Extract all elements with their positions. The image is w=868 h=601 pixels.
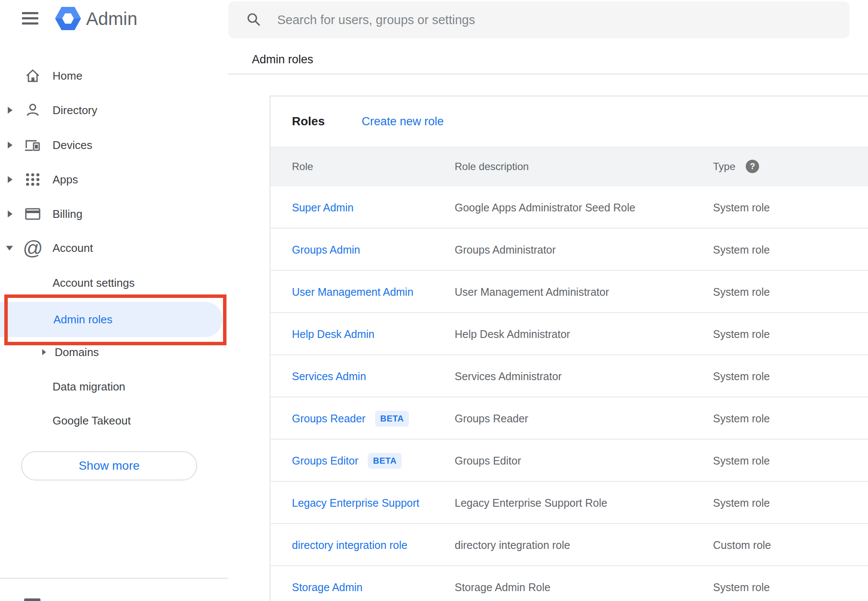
person-icon — [24, 102, 41, 119]
search-bar[interactable] — [228, 1, 849, 38]
at-sign-icon: @ — [23, 237, 43, 259]
table-row: Groups Editor BETA Groups Editor System … — [270, 440, 868, 482]
sidebar-item-label: Account — [53, 236, 93, 260]
role-description: Legacy Enterprise Support Role — [455, 482, 713, 524]
sidebar-item-apps[interactable]: Apps — [0, 167, 228, 192]
header-divider — [228, 74, 868, 74]
column-header-role-description: Role description — [455, 146, 529, 186]
sidebar-item-data-migration[interactable]: Data migration — [0, 375, 228, 399]
role-type: System role — [713, 229, 770, 271]
sidebar: Admin Home Directory — [0, 0, 228, 601]
role-type: System role — [713, 186, 770, 229]
create-new-role-link[interactable]: Create new role — [362, 96, 444, 146]
sidebar-item-label: Google Takeout — [53, 409, 131, 433]
role-link[interactable]: Groups Editor — [292, 455, 358, 467]
table-row: Groups Reader BETA Groups Reader System … — [270, 397, 868, 440]
beta-badge: BETA — [368, 453, 402, 469]
column-header-role: Role — [292, 146, 313, 186]
search-input[interactable] — [277, 1, 794, 38]
sidebar-item-label: Account settings — [53, 271, 135, 295]
role-description: Services Administrator — [455, 355, 713, 397]
table-row: User Management Admin User Management Ad… — [270, 271, 868, 313]
role-link[interactable]: Groups Reader — [292, 412, 366, 425]
search-icon — [245, 11, 263, 28]
sidebar-item-devices[interactable]: Devices — [0, 133, 228, 157]
table-row: Legacy Enterprise Support Legacy Enterpr… — [270, 482, 868, 524]
expand-arrow-icon[interactable] — [8, 176, 12, 183]
role-description: Storage Admin Role — [455, 566, 713, 601]
role-description: Groups Administrator — [455, 229, 713, 271]
home-icon — [24, 67, 41, 84]
roles-title: Roles — [292, 96, 325, 146]
role-description: directory integration role — [455, 524, 713, 566]
sidebar-item-label: Domains — [55, 340, 99, 364]
table-row: Super Admin Google Apps Administrator Se… — [270, 186, 868, 229]
sidebar-item-home[interactable]: Home — [0, 64, 228, 88]
beta-badge: BETA — [375, 411, 409, 427]
roles-card-header: Roles Create new role — [270, 96, 868, 146]
roles-card: Roles Create new role Role Role descript… — [270, 96, 868, 601]
sidebar-item-billing[interactable]: Billing — [0, 202, 228, 226]
role-link[interactable]: Super Admin — [292, 201, 353, 214]
role-type: System role — [713, 355, 770, 397]
role-type: System role — [713, 313, 770, 355]
sidebar-item-label: Data migration — [53, 375, 125, 399]
role-description: Groups Editor — [455, 440, 713, 482]
sidebar-item-account[interactable]: @ Account — [0, 236, 228, 260]
show-more-button[interactable]: Show more — [21, 451, 197, 480]
expand-arrow-icon[interactable] — [8, 211, 12, 217]
table-row: Help Desk Admin Help Desk Administrator … — [270, 313, 868, 355]
table-body: Super Admin Google Apps Administrator Se… — [270, 186, 868, 601]
role-link[interactable]: Services Admin — [292, 370, 366, 383]
sidebar-item-label: Directory — [53, 98, 97, 122]
role-type: System role — [713, 482, 770, 524]
collapse-arrow-icon[interactable] — [6, 246, 13, 251]
sidebar-divider — [0, 578, 228, 579]
sidebar-item-directory[interactable]: Directory — [0, 98, 228, 122]
role-type: Custom role — [713, 524, 771, 566]
role-link[interactable]: directory integration role — [292, 539, 407, 551]
sidebar-item-google-takeout[interactable]: Google Takeout — [0, 409, 228, 433]
role-link[interactable]: Groups Admin — [292, 244, 360, 256]
role-type: System role — [713, 566, 770, 601]
role-link[interactable]: Legacy Enterprise Support — [292, 497, 419, 509]
role-type: System role — [713, 271, 770, 313]
expand-arrow-icon[interactable] — [8, 107, 12, 114]
credit-card-icon — [24, 205, 41, 223]
role-description: User Management Administrator — [455, 271, 713, 313]
help-icon[interactable]: ? — [746, 160, 759, 173]
show-more-label: Show more — [79, 459, 140, 473]
sidebar-item-label: Home — [53, 64, 82, 88]
admin-console-screen: Admin Home Directory — [0, 0, 868, 601]
role-type: System role — [713, 440, 770, 482]
role-link[interactable]: User Management Admin — [292, 286, 413, 298]
breadcrumb: Admin roles — [252, 52, 313, 67]
sidebar-item-domains[interactable]: Domains — [0, 340, 228, 364]
hamburger-menu-icon[interactable] — [22, 12, 38, 25]
devices-icon — [24, 136, 41, 154]
role-description: Help Desk Administrator — [455, 313, 713, 355]
sidebar-item-label: Billing — [53, 202, 82, 226]
role-description: Google Apps Administrator Seed Role — [455, 186, 713, 229]
apps-grid-icon — [24, 171, 41, 188]
table-row: directory integration role directory int… — [270, 524, 868, 566]
sidebar-item-label: Apps — [53, 167, 78, 192]
table-row: Storage Admin Storage Admin Role System … — [270, 566, 868, 601]
admin-logo — [55, 7, 81, 32]
role-link[interactable]: Storage Admin — [292, 581, 363, 594]
sidebar-item-label: Admin roles — [53, 302, 112, 337]
sidebar-item-label: Devices — [53, 133, 92, 157]
sidebar-item-admin-roles-active[interactable]: Admin roles — [0, 302, 223, 337]
admin-logo-hexagon-icon — [55, 6, 81, 33]
role-type: System role — [713, 397, 770, 440]
table-row: Services Admin Services Administrator Sy… — [270, 355, 868, 397]
expand-arrow-icon[interactable] — [8, 142, 12, 149]
app-title: Admin — [86, 9, 137, 29]
expand-arrow-icon[interactable] — [42, 349, 46, 355]
role-link[interactable]: Help Desk Admin — [292, 328, 375, 341]
column-header-type: Type — [713, 146, 735, 186]
sidebar-item-account-settings[interactable]: Account settings — [0, 271, 228, 295]
partial-bottom-icon — [24, 598, 40, 601]
role-description: Groups Reader — [455, 397, 713, 440]
table-header-row: Role Role description Type ? — [270, 146, 868, 186]
